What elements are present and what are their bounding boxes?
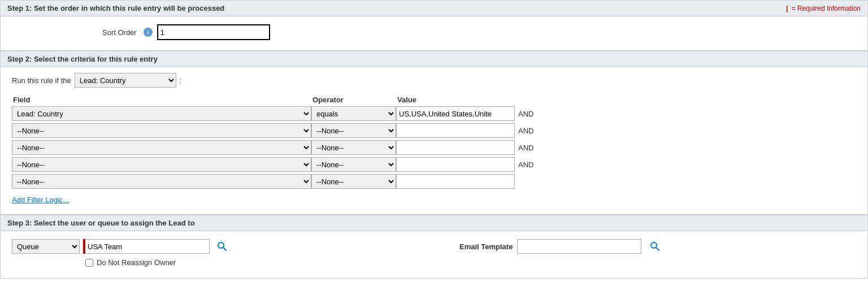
step2-header: Step 2: Select the criteria for this rul… — [0, 51, 868, 67]
field-select-2[interactable]: --None-- — [12, 123, 311, 138]
field-select-4[interactable]: --None-- — [12, 157, 311, 172]
add-filter-logic-link[interactable]: Add Filter Logic... — [12, 196, 69, 204]
colon: : — [180, 76, 182, 85]
run-rule-label: Run this rule if the — [12, 76, 71, 85]
queue-input-wrapper — [83, 239, 210, 254]
sort-order-input[interactable] — [157, 24, 270, 40]
step3-body: Queue User Email Template — [0, 231, 868, 279]
operator-select-1[interactable]: equals — [311, 106, 396, 121]
email-template-lookup-icon[interactable] — [648, 240, 662, 253]
field-select-5[interactable]: --None-- — [12, 174, 311, 189]
criteria-select[interactable]: Lead: Country formula evaluates to true … — [75, 73, 176, 88]
run-rule-row: Run this rule if the Lead: Country formu… — [12, 73, 856, 88]
step2-title: Step 2: Select the criteria for this rul… — [7, 55, 158, 63]
page-container: Step 1: Set the order in which this rule… — [0, 0, 868, 308]
column-operator: Operator — [311, 96, 396, 104]
field-select-1[interactable]: Lead: Country — [12, 106, 311, 121]
step3-main-row: Queue User Email Template — [12, 239, 856, 254]
column-field: Field — [12, 96, 311, 104]
svg-line-3 — [656, 248, 659, 250]
email-template-input[interactable] — [517, 239, 641, 254]
criteria-row: --None-- --None-- AND — [12, 157, 856, 172]
criteria-row: --None-- --None-- — [12, 174, 856, 189]
value-input-5[interactable] — [396, 174, 515, 189]
step3-left: Queue User — [12, 239, 229, 254]
value-input-2[interactable] — [396, 123, 515, 138]
queue-input[interactable] — [85, 239, 210, 254]
operator-select-3[interactable]: --None-- — [311, 140, 396, 155]
operator-select-5[interactable]: --None-- — [311, 174, 396, 189]
operator-select-4[interactable]: --None-- — [311, 157, 396, 172]
step2-body: Run this rule if the Lead: Country formu… — [0, 67, 868, 215]
step3-second-row: Do Not Reassign Owner — [85, 258, 856, 267]
sort-order-row: Sort Order i — [102, 24, 856, 40]
step3-title: Step 3: Select the user or queue to assi… — [7, 219, 195, 227]
step3-header: Step 3: Select the user or queue to assi… — [0, 215, 868, 231]
do-not-reassign-checkbox[interactable] — [85, 259, 93, 267]
step1-header: Step 1: Set the order in which this rule… — [0, 0, 868, 16]
required-info: | = Required Information — [786, 5, 861, 12]
do-not-reassign-label: Do Not Reassign Owner — [97, 258, 176, 267]
step1-title: Step 1: Set the order in which this rule… — [7, 4, 224, 12]
column-value: Value — [396, 96, 515, 104]
step3-right: Email Template — [459, 239, 662, 254]
sort-order-label: Sort Order — [102, 28, 137, 37]
svg-line-1 — [223, 248, 226, 250]
criteria-row: Lead: Country equals AND — [12, 106, 856, 121]
info-icon[interactable]: i — [144, 28, 153, 37]
value-input-3[interactable] — [396, 140, 515, 155]
criteria-table-header: Field Operator Value — [12, 96, 856, 104]
value-input-4[interactable] — [396, 157, 515, 172]
criteria-row: --None-- --None-- AND — [12, 140, 856, 155]
field-select-3[interactable]: --None-- — [12, 140, 311, 155]
value-input-1[interactable] — [396, 106, 515, 121]
operator-select-2[interactable]: --None-- — [311, 123, 396, 138]
criteria-row: --None-- --None-- AND — [12, 123, 856, 138]
queue-lookup-icon[interactable] — [215, 240, 229, 253]
and-label-1: AND — [515, 110, 549, 118]
criteria-table: Field Operator Value Lead: Country equal… — [12, 96, 856, 189]
and-label-2: AND — [515, 127, 549, 135]
assign-type-select[interactable]: Queue User — [12, 239, 80, 254]
email-template-label: Email Template — [459, 242, 513, 251]
step1-body: Sort Order i — [0, 16, 868, 51]
and-label-4: AND — [515, 160, 549, 169]
and-label-3: AND — [515, 144, 549, 152]
